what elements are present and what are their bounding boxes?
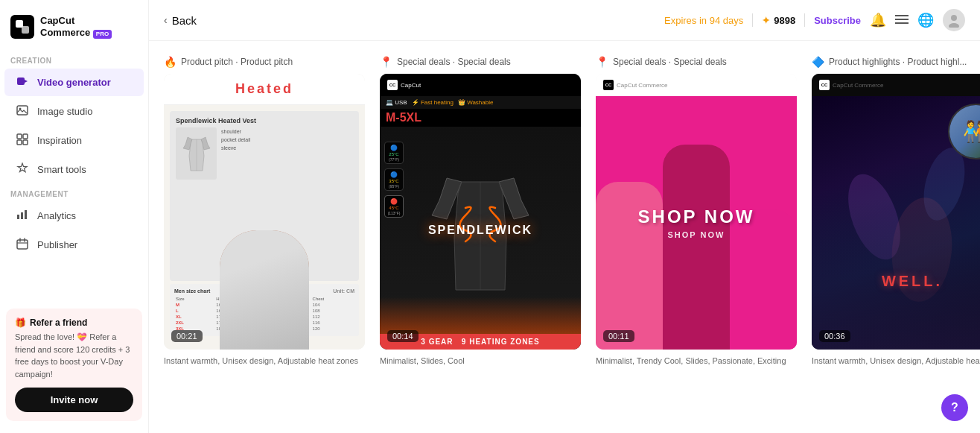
card-3-duration: 00:11 — [603, 330, 634, 342]
svg-marker-3 — [25, 80, 28, 83]
back-chevron-icon: ‹ — [164, 14, 168, 26]
card-1-desc: Instant warmth, Unisex design, Adjustabl… — [164, 355, 365, 367]
svg-rect-13 — [17, 240, 28, 249]
card-4-header: 🔷 Product highlights · Product highl... — [812, 56, 980, 68]
svg-rect-10 — [17, 215, 19, 219]
card-1-video[interactable]: Heated Spendlewick Heated Vest — [164, 74, 365, 350]
globe-icon: 🌐 — [917, 13, 934, 28]
card-3-type-label: Special deals · Special deals — [613, 57, 727, 67]
svg-rect-2 — [17, 78, 25, 85]
card-1-duration: 00:21 — [171, 330, 203, 342]
sidebar: CapCut Commerce PRO Creation Video gener… — [0, 0, 149, 433]
card-4-duration: 00:36 — [819, 330, 850, 342]
bell-icon: 🔔 — [870, 13, 886, 28]
sidebar-item-analytics[interactable]: Analytics — [4, 202, 144, 230]
card-4-desc: Instant warmth, Unisex design, Adjustabl… — [812, 355, 980, 367]
svg-rect-9 — [23, 140, 28, 145]
expires-label: Expires in 94 days — [664, 15, 743, 26]
menu-button[interactable] — [895, 13, 909, 28]
svg-rect-12 — [25, 210, 27, 219]
notifications-button[interactable]: 🔔 — [870, 12, 886, 28]
image-studio-icon — [15, 104, 30, 118]
sidebar-item-label: Image studio — [37, 106, 92, 117]
refer-friend-box: 🎁 Refer a friend Spread the love! 💝 Refe… — [6, 309, 142, 421]
topbar-divider-2 — [804, 13, 805, 27]
back-label: Back — [172, 14, 197, 27]
video-generator-icon — [15, 75, 30, 89]
help-icon: ? — [951, 401, 958, 414]
publisher-icon — [15, 238, 30, 252]
svg-rect-8 — [17, 140, 22, 145]
app-logo-icon — [10, 15, 34, 39]
card-2-type-icon: 📍 — [380, 56, 392, 68]
back-button[interactable]: ‹ Back — [164, 14, 197, 27]
svg-rect-4 — [17, 106, 28, 115]
app-name: CapCut Commerce PRO — [40, 15, 112, 38]
credits-value: 9898 — [774, 15, 795, 26]
smart-tools-icon — [15, 162, 30, 177]
creation-section-label: Creation — [0, 51, 148, 68]
analytics-icon — [15, 209, 30, 223]
card-2-desc: Minimalist, Slides, Cool — [380, 355, 581, 367]
card-2-type-label: Special deals · Special deals — [397, 57, 511, 67]
language-button[interactable]: 🌐 — [917, 12, 934, 28]
sidebar-item-label: Publisher — [37, 239, 77, 250]
sidebar-item-label: Analytics — [37, 210, 76, 221]
card-3-header: 📍 Special deals · Special deals — [596, 56, 797, 68]
card-1-type-label: Product pitch · Product pitch — [181, 57, 293, 67]
refer-title: 🎁 Refer a friend — [15, 317, 133, 328]
card-3-type-icon: 📍 — [596, 56, 608, 68]
card-2-header: 📍 Special deals · Special deals — [380, 56, 581, 68]
card-2-duration: 00:14 — [387, 330, 419, 342]
credits-button[interactable]: ✦ 9898 — [762, 15, 795, 26]
svg-rect-11 — [21, 212, 23, 219]
sidebar-item-label: Inspiration — [37, 135, 82, 146]
refer-desc: Spread the love! 💝 Refer a friend and sc… — [15, 331, 133, 380]
card-1-header: 🔥 Product pitch · Product pitch — [164, 56, 365, 68]
card-3-desc: Minimalist, Trendy Cool, Slides, Passion… — [596, 355, 797, 367]
card-3-video[interactable]: CC CapCut Commerce SHOP NOW — [596, 74, 797, 350]
credits-icon: ✦ — [762, 15, 770, 26]
svg-rect-0 — [16, 20, 23, 28]
video-card-1: 🔥 Product pitch · Product pitch Heated S… — [164, 56, 365, 418]
card-1-type-icon: 🔥 — [164, 56, 176, 68]
gift-icon: 🎁 — [15, 317, 26, 328]
logo-area: CapCut Commerce PRO — [0, 9, 148, 51]
topbar: ‹ Back Expires in 94 days ✦ 9898 Subscri… — [149, 0, 980, 41]
card-4-type-icon: 🔷 — [812, 56, 824, 68]
video-card-3: 📍 Special deals · Special deals CC CapCu… — [596, 56, 797, 418]
video-card-4: 🔷 Product highlights · Product highl... … — [812, 56, 980, 418]
svg-point-21 — [949, 23, 959, 28]
inspiration-icon — [15, 133, 30, 148]
sidebar-item-video-generator[interactable]: Video generator — [4, 69, 144, 96]
video-card-2: 📍 Special deals · Special deals CC CapCu… — [380, 56, 581, 418]
svg-point-20 — [951, 15, 957, 21]
menu-icon — [895, 13, 909, 28]
topbar-right: Expires in 94 days ✦ 9898 Subscribe 🔔 🌐 — [664, 9, 965, 31]
sidebar-item-image-studio[interactable]: Image studio — [4, 98, 144, 125]
management-section-label: Management — [0, 184, 148, 201]
sidebar-item-label: Video generator — [37, 77, 111, 88]
topbar-divider-1 — [752, 13, 753, 27]
user-avatar[interactable] — [943, 9, 965, 31]
sidebar-item-publisher[interactable]: Publisher — [4, 231, 144, 259]
svg-rect-7 — [23, 134, 28, 139]
card-4-video[interactable]: CC CapCut Commerce 🧑‍🤝‍🧑 — [812, 74, 980, 350]
main-content: ‹ Back Expires in 94 days ✦ 9898 Subscri… — [149, 0, 980, 433]
svg-rect-6 — [17, 134, 22, 139]
sidebar-item-label: Smart tools — [37, 164, 86, 175]
card-4-type-label: Product highlights · Product highl... — [829, 57, 967, 67]
help-button[interactable]: ? — [941, 394, 968, 421]
svg-rect-1 — [22, 26, 29, 34]
subscribe-button[interactable]: Subscribe — [814, 15, 861, 26]
invite-button[interactable]: Invite now — [15, 388, 133, 412]
cards-container: 🔥 Product pitch · Product pitch Heated S… — [149, 41, 980, 433]
card-2-video[interactable]: CC CapCut 💻 USB ⚡ Fast heating 👑 Washabl… — [380, 74, 581, 350]
sidebar-item-smart-tools[interactable]: Smart tools — [4, 156, 144, 183]
sidebar-item-inspiration[interactable]: Inspiration — [4, 127, 144, 154]
